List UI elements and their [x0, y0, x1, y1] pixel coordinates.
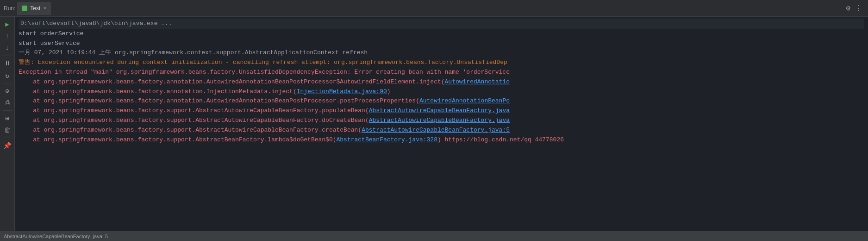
- pause-button[interactable]: ⏸: [2, 58, 13, 69]
- stack-link-4[interactable]: AbstractAutowireCapableBeanFactory.java: [369, 107, 510, 114]
- list-item: D:\soft\devsoft\java8\jdk\bin\java.exe .…: [19, 19, 864, 29]
- play-button[interactable]: ▶: [2, 19, 13, 30]
- list-item: Exception in thread "main" org.springfra…: [19, 68, 864, 77]
- list-item: at org.springframework.beans.factory.sup…: [19, 106, 864, 116]
- toolbar-separator-2: [3, 83, 12, 83]
- scroll-down-button[interactable]: ↓: [2, 43, 13, 54]
- status-text: AbstractAutowireCapableBeanFactory_java:…: [4, 234, 108, 239]
- console-output[interactable]: D:\soft\devsoft\java8\jdk\bin\java.exe .…: [15, 17, 868, 231]
- camera-button[interactable]: ⊙: [2, 85, 13, 96]
- stack-link-5[interactable]: AbstractAutowireCapableBeanFactory.java: [369, 117, 510, 124]
- run-label: Run:: [4, 5, 15, 12]
- stack-link-2[interactable]: InjectionMetadata.java:90: [297, 88, 387, 95]
- list-item: at org.springframework.beans.factory.ann…: [19, 96, 864, 106]
- top-bar: Run: Test × ⚙ ⋮: [0, 0, 868, 17]
- stack-link-6[interactable]: AbstractAutowireCapableBeanFactory.java:…: [362, 127, 510, 133]
- toolbar-separator-1: [3, 56, 12, 56]
- list-item: 警告: Exception encountered during context…: [19, 58, 864, 68]
- print-button[interactable]: ⎙: [2, 97, 13, 108]
- run-tab[interactable]: Test ×: [17, 2, 51, 15]
- top-bar-left: Run: Test ×: [0, 2, 51, 15]
- step-button[interactable]: ↻: [2, 70, 13, 81]
- list-item: at org.springframework.beans.factory.ann…: [19, 87, 864, 97]
- list-item: at org.springframework.beans.factory.sup…: [19, 126, 864, 135]
- more-options-icon[interactable]: ⋮: [855, 4, 862, 13]
- top-bar-right: ⚙ ⋮: [846, 4, 868, 13]
- gear-icon[interactable]: ⚙: [846, 4, 850, 13]
- left-toolbar: ▶ ↑ ↓ ⏸ ↻ ⊙ ⎙ ⊞ 🗑 📌: [0, 17, 15, 231]
- stack-link-7[interactable]: AbstractBeanFactory.java:328: [337, 136, 437, 143]
- scroll-up-button[interactable]: ↑: [2, 31, 13, 42]
- list-item: 一月 07, 2021 10:19:44 上午 org.springframew…: [19, 48, 864, 58]
- list-item: at org.springframework.beans.factory.sup…: [19, 116, 864, 126]
- tab-close-button[interactable]: ×: [43, 6, 46, 11]
- list-item: start orderService: [19, 29, 864, 39]
- stack-link-1[interactable]: AutowiredAnnotatio: [445, 78, 510, 85]
- stack-link-3[interactable]: AutowiredAnnotationBeanPo: [419, 97, 510, 104]
- tab-icon: [22, 6, 27, 11]
- list-item: at org.springframework.beans.factory.ann…: [19, 77, 864, 87]
- tab-name: Test: [30, 5, 40, 12]
- pin-button[interactable]: 📌: [2, 140, 13, 151]
- status-bar: AbstractAutowireCapableBeanFactory_java:…: [0, 231, 868, 241]
- list-item: at org.springframework.beans.factory.sup…: [19, 135, 864, 145]
- main-area: ▶ ↑ ↓ ⏸ ↻ ⊙ ⎙ ⊞ 🗑 📌 D:\soft\devsoft\java…: [0, 17, 868, 231]
- layout-button[interactable]: ⊞: [2, 113, 13, 124]
- toolbar-separator-4: [3, 138, 12, 138]
- toolbar-separator-3: [3, 110, 12, 111]
- delete-button[interactable]: 🗑: [2, 125, 13, 136]
- list-item: start userService: [19, 39, 864, 49]
